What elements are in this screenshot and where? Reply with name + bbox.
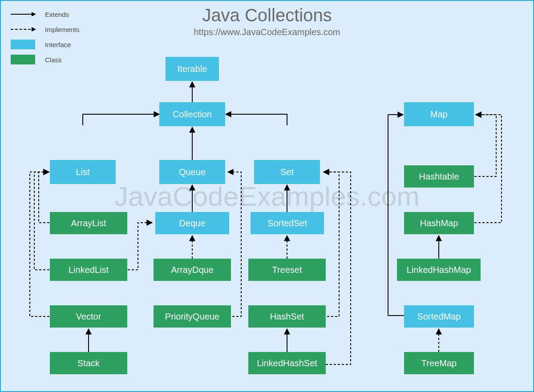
node-linkedlist: LinkedList [50, 259, 127, 281]
node-hashmap: HashMap [404, 212, 474, 234]
node-arraylist: ArrayList [50, 212, 127, 234]
node-queue: Queue [159, 160, 225, 184]
page-title: Java Collections [1, 5, 533, 25]
node-treeset: Treeset [248, 259, 326, 281]
title-block: Java Collections https://www.JavaCodeExa… [1, 5, 533, 37]
node-treemap: TreeMap [404, 352, 474, 374]
node-priorityqueue: PriorityQueue [154, 305, 231, 328]
node-linkedhashmap: LinkedHashMap [397, 259, 481, 281]
node-collection: Collection [159, 102, 225, 126]
node-vector: Vector [50, 305, 127, 328]
legend-label-class: Class [45, 56, 62, 64]
node-map: Map [404, 102, 474, 126]
node-hashset: HashSet [248, 305, 326, 328]
arrows-layer [1, 1, 534, 392]
page-subtitle: https://www.JavaCodeExamples.com [1, 27, 533, 37]
legend-row-interface: Interface [11, 37, 80, 52]
legend-label-interface: Interface [45, 41, 71, 48]
node-sortedmap: SortedMap [404, 305, 474, 328]
node-linkedhashset: LinkedHashSet [248, 352, 326, 374]
class-swatch-icon [11, 55, 35, 64]
node-sortedset: SortedSet [251, 212, 324, 234]
watermark: JavaCodeExamples.com [114, 180, 420, 212]
legend-row-class: Class [11, 52, 80, 67]
node-arraydque: ArrayDque [154, 259, 231, 281]
node-set: Set [254, 160, 320, 184]
node-list: List [50, 160, 116, 184]
node-iterable: Iterable [166, 57, 219, 81]
interface-swatch-icon [11, 40, 35, 49]
node-deque: Deque [155, 212, 229, 234]
node-hashtable: Hashtable [404, 165, 474, 188]
node-stack: Stack [50, 352, 127, 374]
